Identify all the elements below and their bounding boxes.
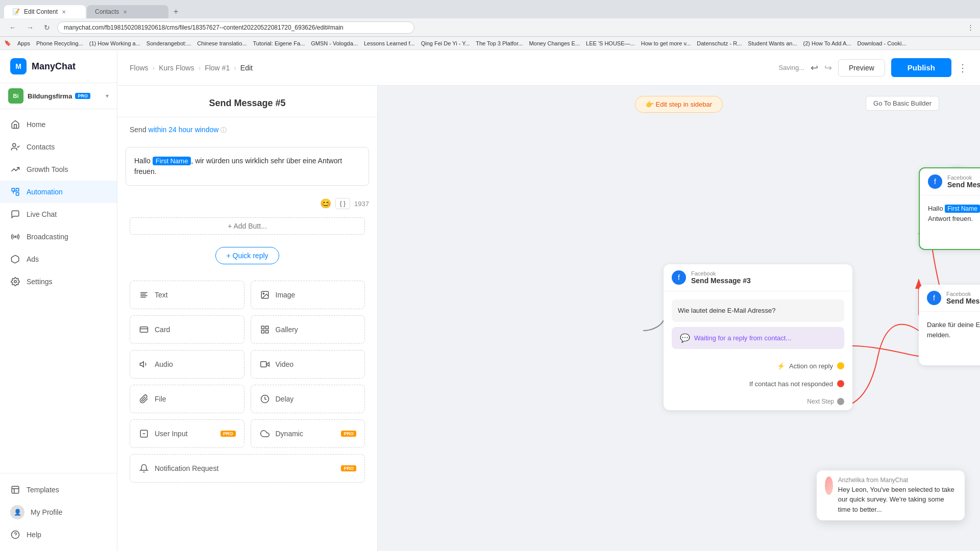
content-type-file[interactable]: File [130,385,244,413]
templates-icon [10,485,20,495]
home-label: Home [27,120,45,129]
dynamic-pro-tag: PRO [341,431,356,437]
brand: M ManyChat [0,50,117,83]
bookmark-15[interactable]: (2) How To Add A... [803,40,851,46]
bookmark-7[interactable]: Lessons Learned f... [364,40,415,46]
emoji-button[interactable]: 😊 [320,198,331,209]
sidebar-item-ads[interactable]: Ads [0,248,117,270]
sidebar-item-broadcasting[interactable]: Broadcasting [0,226,117,248]
node3-not-responded-dot[interactable] [837,380,844,387]
contacts-tab[interactable]: Contacts ✕ [87,5,168,18]
sidebar-item-livechat[interactable]: Live Chat [0,203,117,226]
sidebar-item-settings[interactable]: Settings [0,270,117,293]
breadcrumb-flow1[interactable]: Flow #1 [205,64,230,72]
pro-badge: PRO [75,93,90,99]
dynamic-type-label: Dynamic [276,430,303,438]
forward-button[interactable]: → [23,21,37,34]
bookmark-6[interactable]: GMSN - Vologda... [311,40,358,46]
extensions-button[interactable]: ⋮ [967,23,974,31]
node-send-message-4[interactable]: + − f Facebook Send Message #4 [919,285,980,365]
chat-widget[interactable]: Anzhelika from ManyChat Hey Leon, You've… [817,470,965,521]
content-type-gallery[interactable]: Gallery [251,315,365,344]
url-bar[interactable]: manychat.com/fb198150208192061​8/cms/fil… [57,21,414,34]
node3-platform-icon: f [672,270,686,285]
notification-pro-tag: PRO [341,465,356,471]
settings-icon [10,277,20,287]
settings-label: Settings [27,278,53,286]
svg-marker-22 [266,362,269,366]
node3-next-label: Next Step [807,398,834,405]
bookmark-1[interactable]: Phone Recycling... [36,40,83,46]
workspace-selector[interactable]: Bi Bildungsfirma PRO ▾ [0,83,117,109]
canvas: 👉 Edit step in sidebar Go To Basic Build… [378,86,980,551]
node-send-message-5[interactable]: ⚙ f Facebook Send Message #5 Hallo First… [919,167,980,250]
bookmark-3[interactable]: Sonderangebot:... [146,40,191,46]
variable-button[interactable]: { } [335,198,350,209]
content-type-image[interactable]: Image [251,281,365,309]
reload-button[interactable]: ↻ [41,21,53,34]
tab-close[interactable]: ✕ [62,9,66,15]
window-link[interactable]: within 24 hour window [149,126,219,134]
svg-rect-15 [140,327,148,333]
svg-point-5 [14,281,17,283]
bookmark-4[interactable]: Chinese translatio... [197,40,247,46]
bookmark-11[interactable]: LEE 'S HOUSE—... [586,40,635,46]
quick-reply-button[interactable]: + Quick reply [215,247,279,264]
go-basic-builder-button[interactable]: Go To Basic Builder [866,96,939,111]
content-type-user-input[interactable]: User Input PRO [130,419,244,448]
content-type-delay[interactable]: Delay [251,385,365,413]
audio-type-icon [138,359,150,370]
sidebar-item-templates[interactable]: Templates [0,480,117,500]
bookmark-13[interactable]: Datenschutz - R... [697,40,742,46]
node3-message: Wie lautet deine E-Mail Adresse? [672,299,844,322]
content-type-video[interactable]: Video [251,350,365,379]
content-type-audio[interactable]: Audio [130,350,244,379]
publish-button[interactable]: Publish [891,58,951,77]
bookmark-10[interactable]: Money Changes E... [529,40,580,46]
message-editor[interactable]: Hallo First Name, wir würden uns wirklic… [126,147,369,186]
bookmark-14[interactable]: Student Wants an... [748,40,797,46]
active-tab[interactable]: 📝 Edit Content ✕ [4,5,86,18]
node3-action-reply-row: ⚡ Action on reply [664,357,852,375]
node5-platform-icon: f [928,174,942,189]
message-tag: First Name [153,157,191,165]
growth-label: Growth Tools [27,165,68,173]
node3-action-dot[interactable] [837,362,844,369]
sidebar-item-contacts[interactable]: Contacts [0,136,117,158]
breadcrumb-sep-2: › [198,64,201,72]
content-type-card[interactable]: Card [130,315,244,344]
bookmark-apps[interactable]: Apps [17,40,30,46]
sidebar-item-profile[interactable]: 👤 My Profile [0,500,117,524]
contacts-tab-close[interactable]: ✕ [123,9,127,15]
sidebar-item-home[interactable]: Home [0,113,117,136]
add-button-button[interactable]: + Add Butt... [130,217,365,235]
brand-name: ManyChat [32,61,76,72]
breadcrumb-kurs[interactable]: Kurs Flows [159,64,194,72]
node3-next-step-dot[interactable] [837,398,844,405]
back-button[interactable]: ← [6,21,19,34]
bookmark-5[interactable]: Tutorial: Eigene Fa... [253,40,305,46]
bookmark-9[interactable]: The Top 3 Platfor... [476,40,523,46]
sidebar-item-help[interactable]: Help [0,524,117,545]
sidebar-item-automation[interactable]: Automation [0,181,117,203]
preview-button[interactable]: Preview [838,59,885,77]
node-send-message-3[interactable]: f Facebook Send Message #3 Wie lautet de… [664,264,852,410]
bookmark-12[interactable]: How to get more v... [641,40,691,46]
bookmark-8[interactable]: Qing Fei De Yi - Y... [421,40,470,46]
breadcrumb-flows[interactable]: Flows [130,64,149,72]
bookmark-16[interactable]: Download - Cooki... [857,40,906,46]
message-before: Hallo [134,157,153,165]
more-options-button[interactable]: ⋮ [958,62,968,74]
bookmark-2[interactable]: (1) How Working a... [89,40,140,46]
chevron-down-icon: ▾ [106,92,109,99]
sidebar-item-growth[interactable]: Growth Tools [0,158,117,181]
svg-rect-6 [12,486,19,493]
chat-sender: Anzhelika from ManyChat [838,477,957,484]
content-type-notification[interactable]: Notification Request PRO [130,454,365,483]
redo-button[interactable]: ↪ [824,62,832,73]
undo-button[interactable]: ↩ [811,62,818,73]
new-tab-button[interactable]: + [169,5,182,18]
content-type-text[interactable]: Text [130,281,244,309]
content-types-grid: Text Image Card [117,272,377,491]
content-type-dynamic[interactable]: Dynamic PRO [251,419,365,448]
